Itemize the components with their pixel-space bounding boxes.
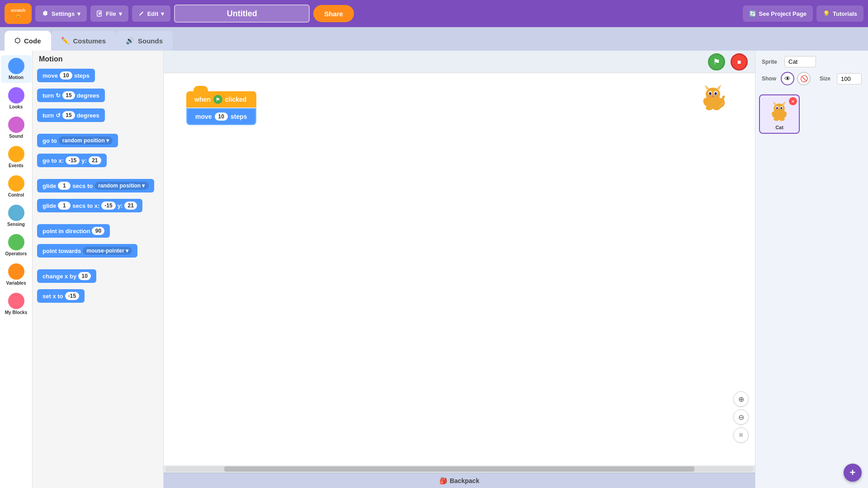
point-towards-dropdown[interactable]: mouse-pointer ▾ [83, 247, 132, 255]
project-title-input[interactable] [174, 5, 310, 23]
sprite-label: Sprite [762, 59, 780, 65]
block-glide-to-xy[interactable]: glide 1 secs to x: -15 y: 21 [37, 199, 159, 216]
glide-xy-x[interactable]: -15 [101, 202, 115, 210]
edit-label: Edit [147, 10, 159, 17]
block-glide-to[interactable]: glide 1 secs to random position ▾ [37, 179, 159, 196]
sprite-list: ✕ [755, 91, 868, 461]
clicked-text: clicked [225, 96, 246, 103]
zoom-reset-button[interactable]: = [733, 427, 749, 443]
glide-sec-suffix: secs to [72, 183, 93, 189]
see-project-label: See Project Page [759, 10, 807, 17]
hat-block[interactable]: when ⚑ clicked [186, 91, 256, 108]
sidebar-item-sensing[interactable]: Sensing [1, 202, 32, 230]
glide-sec[interactable]: 1 [58, 182, 71, 190]
stop-button[interactable]: ■ [731, 53, 748, 70]
sprite-card-cat[interactable]: ✕ [759, 94, 800, 134]
go-to-y-label: y: [81, 157, 87, 164]
show-visible-button[interactable]: 👁 [781, 72, 794, 85]
see-project-button[interactable]: 🔄 See Project Page [743, 5, 813, 22]
point-dir-text: point in direction [42, 228, 90, 235]
sprite-delete-button[interactable]: ✕ [789, 97, 797, 105]
glide-xy-sec[interactable]: 1 [58, 202, 71, 210]
scratch-logo[interactable]: scratch 🐱 [5, 3, 32, 24]
settings-button[interactable]: Settings ▾ [35, 5, 87, 22]
block-point-towards[interactable]: point towards mouse-pointer ▾ [37, 244, 159, 261]
block-go-to-xy[interactable]: go to x: -15 y: 21 [37, 154, 159, 171]
set-x-value[interactable]: -15 [65, 292, 79, 300]
point-dir-value[interactable]: 90 [92, 227, 104, 235]
sidebar-item-motion[interactable]: Motion [1, 55, 32, 83]
tab-costumes[interactable]: ✏️ Costumes [51, 31, 116, 51]
edit-button[interactable]: Edit ▾ [132, 5, 171, 22]
tutorials-button[interactable]: 💡 Tutorials [816, 5, 863, 22]
go-to-x-value[interactable]: -15 [66, 156, 80, 164]
sidebar-item-looks[interactable]: Looks [1, 84, 32, 112]
tutorials-label: Tutorials [833, 10, 857, 17]
control-circle [8, 175, 24, 192]
add-sprite-button[interactable]: + [844, 464, 862, 482]
svg-point-33 [778, 109, 780, 110]
backpack-bar[interactable]: 🎒 Backpack [164, 473, 755, 488]
zoom-out-button[interactable]: ⊖ [733, 409, 749, 425]
categories-panel: Motion Looks Sound Events Control Sensin… [0, 51, 33, 488]
sidebar-item-events[interactable]: Events [1, 143, 32, 171]
show-label: Show [762, 75, 776, 82]
looks-circle [8, 87, 24, 103]
turn-left-text: turn ↺ [42, 112, 61, 119]
share-button[interactable]: Share [313, 5, 354, 22]
move-value[interactable]: 10 [60, 71, 72, 80]
glide-xy-y[interactable]: 21 [124, 202, 137, 210]
tab-sounds[interactable]: 🔊 Sounds [116, 31, 173, 51]
tabs-bar: ⬡ Code ✏️ Costumes 🔊 Sounds [0, 27, 868, 51]
go-to-dropdown[interactable]: random position ▾ [59, 136, 113, 145]
sprite-name-input[interactable] [784, 56, 816, 67]
script-move-value[interactable]: 10 [215, 113, 228, 121]
svg-point-21 [706, 106, 713, 110]
file-label: File [106, 10, 116, 17]
main-area: Motion Looks Sound Events Control Sensin… [0, 51, 868, 488]
glide-xy-y-label: y: [118, 202, 123, 209]
zoom-out-icon: ⊖ [738, 413, 744, 422]
show-hidden-button[interactable]: 🚫 [797, 72, 811, 85]
green-flag-button[interactable]: ⚑ [708, 53, 725, 70]
sidebar-item-operators[interactable]: Operators [1, 231, 32, 259]
block-point-direction[interactable]: point in direction 90 [37, 224, 159, 241]
turn-left-value[interactable]: 15 [62, 111, 75, 119]
sidebar-item-sound[interactable]: Sound [1, 114, 32, 141]
code-tab-icon: ⬡ [14, 37, 20, 45]
block-go-to[interactable]: go to random position ▾ [37, 134, 159, 151]
right-panel: Sprite Show 👁 🚫 Size ✕ [755, 51, 868, 488]
zoom-in-button[interactable]: ⊕ [733, 391, 749, 407]
file-button[interactable]: File ▾ [90, 5, 128, 22]
script-move-text: move [195, 113, 212, 120]
turn-right-value[interactable]: 15 [62, 91, 75, 99]
block-turn-left[interactable]: turn ↺ 15 degrees [37, 108, 159, 126]
go-to-y-value[interactable]: 21 [89, 156, 101, 164]
stage-canvas[interactable]: when ⚑ clicked move 10 steps [164, 73, 755, 465]
sidebar-item-variables[interactable]: Variables [1, 261, 32, 288]
script-move-block[interactable]: move 10 steps [186, 108, 256, 125]
change-x-value[interactable]: 10 [78, 272, 91, 280]
topbar: scratch 🐱 Settings ▾ File ▾ Edit ▾ Share… [0, 0, 868, 27]
sidebar-item-myblocks[interactable]: My Blocks [1, 290, 32, 318]
stage-controls-bar: ⚑ ■ [164, 51, 755, 73]
events-circle [8, 146, 24, 162]
show-row: Show 👁 🚫 Size [762, 72, 862, 85]
block-turn-right[interactable]: turn ↻ 15 degrees [37, 89, 159, 106]
turn-right-suffix: degrees [77, 92, 99, 99]
backpack-label: Backpack [450, 477, 479, 484]
sensing-circle [8, 205, 24, 221]
block-move-steps[interactable]: move 10 steps [37, 69, 159, 86]
block-change-x[interactable]: change x by 10 [37, 269, 159, 286]
size-label: Size [820, 75, 830, 82]
sidebar-item-control[interactable]: Control [1, 173, 32, 200]
block-set-x[interactable]: set x to -15 [37, 289, 159, 306]
glide-to-dropdown[interactable]: random position ▾ [94, 182, 148, 190]
tab-code[interactable]: ⬡ Code [5, 31, 51, 51]
blocks-panel: Motion move 10 steps turn ↻ 15 degrees t… [33, 51, 164, 488]
events-label: Events [9, 163, 24, 168]
code-tab-label: Code [24, 37, 41, 45]
motion-circle [8, 58, 24, 74]
stage-scrollbar[interactable] [165, 466, 753, 472]
size-input[interactable] [837, 73, 862, 84]
